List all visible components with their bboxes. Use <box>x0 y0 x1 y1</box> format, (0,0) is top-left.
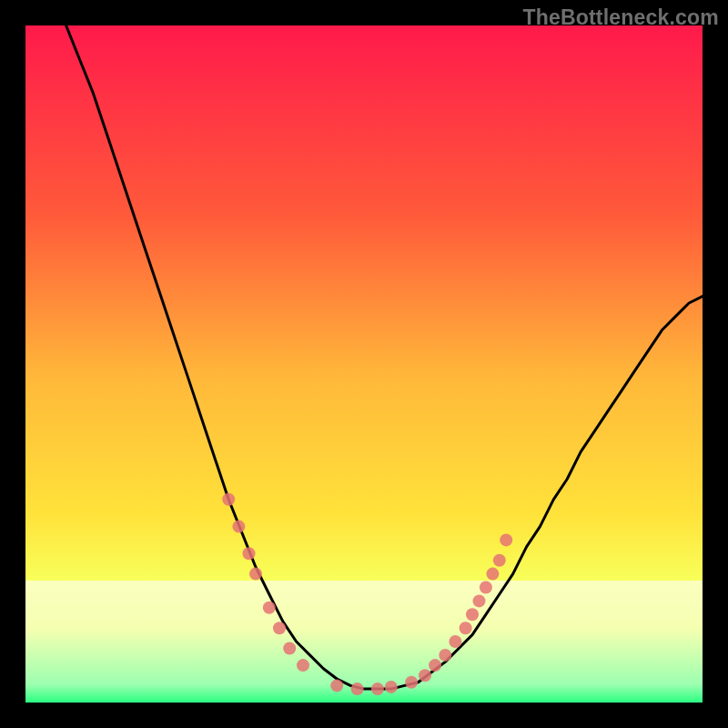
marker-point <box>493 554 506 567</box>
bottleneck-plot <box>25 25 703 703</box>
marker-point <box>419 669 431 682</box>
marker-point <box>330 679 343 692</box>
marker-point <box>439 649 451 662</box>
marker-point <box>351 682 364 695</box>
marker-point <box>449 635 461 648</box>
marker-point <box>283 642 296 655</box>
marker-point <box>486 568 499 581</box>
marker-point <box>460 622 472 634</box>
marker-point <box>480 581 492 594</box>
marker-point <box>466 608 479 621</box>
marker-point <box>249 568 262 581</box>
marker-point <box>232 521 245 533</box>
marker-point <box>371 682 384 695</box>
marker-point <box>273 622 286 634</box>
marker-point <box>297 659 309 672</box>
marker-point <box>473 594 486 607</box>
chart-frame <box>25 25 703 703</box>
marker-point <box>429 659 441 672</box>
marker-point <box>385 681 398 693</box>
marker-point <box>243 547 256 560</box>
marker-point <box>500 533 512 546</box>
bottom-band <box>25 581 703 703</box>
marker-point <box>263 602 276 614</box>
marker-point <box>222 493 235 506</box>
marker-point <box>405 676 418 689</box>
watermark-text: TheBottleneck.com <box>522 5 719 30</box>
